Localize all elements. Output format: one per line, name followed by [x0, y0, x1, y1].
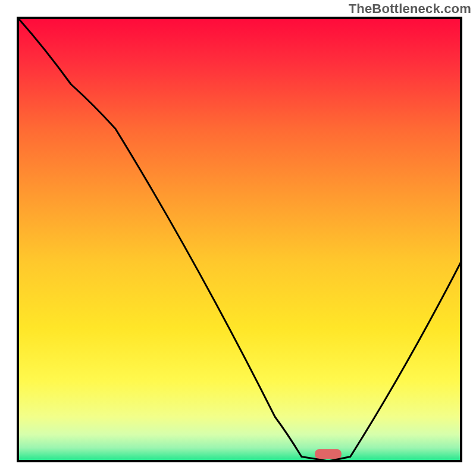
optimum-marker	[315, 449, 342, 459]
bottleneck-chart	[0, 0, 476, 476]
gradient-background	[18, 18, 461, 461]
